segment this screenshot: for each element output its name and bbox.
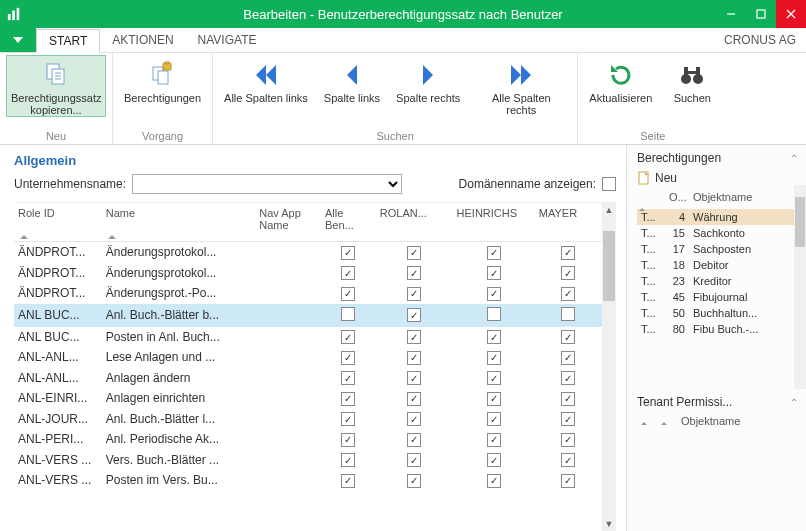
checkbox-cell[interactable]: ✓	[453, 283, 535, 304]
checkbox-cell[interactable]: ✓	[453, 450, 535, 471]
list-item[interactable]: T...50Buchhaltun...	[637, 305, 802, 321]
checkbox-cell[interactable]: ✓	[321, 327, 376, 348]
checkbox-cell[interactable]: ✓	[535, 368, 601, 389]
checkbox-cell[interactable]: ✓	[535, 429, 601, 450]
checkbox-cell[interactable]: ✓	[376, 242, 453, 263]
checkbox-cell[interactable]: ✓	[376, 450, 453, 471]
permissions-mini-grid[interactable]: O... Objektname T...4WährungT...15Sachko…	[637, 189, 802, 337]
checkbox-cell[interactable]: ✓	[453, 470, 535, 491]
col-alleben[interactable]: Alle Ben...	[321, 203, 376, 242]
checkbox-cell[interactable]: ✓	[321, 263, 376, 284]
list-item[interactable]: T...23Kreditor	[637, 273, 802, 289]
checkbox-cell[interactable]: ✓	[321, 429, 376, 450]
list-item[interactable]: T...15Sachkonto	[637, 225, 802, 241]
checkbox-cell[interactable]: ✓	[535, 470, 601, 491]
checkbox-cell[interactable]: ✓	[535, 283, 601, 304]
checkbox-cell[interactable]: ✓	[453, 347, 535, 368]
table-row[interactable]: ANL BUC...Posten in Anl. Buch...✓✓✓✓	[14, 327, 616, 348]
checkbox-cell[interactable]: ✓	[453, 368, 535, 389]
col-role-id[interactable]: Role ID	[14, 203, 102, 242]
checkbox-cell[interactable]: ✓	[535, 242, 601, 263]
new-permission-button[interactable]: Neu	[637, 169, 802, 189]
checkbox-cell[interactable]: ✓	[453, 388, 535, 409]
checkbox-cell[interactable]	[453, 304, 535, 327]
checkbox-cell[interactable]: ✓	[453, 429, 535, 450]
permissions-panel-header[interactable]: Berechtigungen ⌃	[627, 145, 806, 169]
checkbox-cell[interactable]: ✓	[535, 347, 601, 368]
checkbox-cell[interactable]: ✓	[535, 388, 601, 409]
maximize-button[interactable]	[746, 0, 776, 28]
table-row[interactable]: ANL-JOUR...Anl. Buch.-Blätter l...✓✓✓✓	[14, 409, 616, 430]
scroll-up-icon[interactable]: ▲	[602, 203, 616, 217]
domain-toggle-checkbox[interactable]	[602, 177, 616, 191]
scroll-down-icon[interactable]: ▼	[602, 517, 616, 531]
checkbox-cell[interactable]: ✓	[321, 450, 376, 471]
checkbox-cell[interactable]: ✓	[453, 242, 535, 263]
checkbox-cell[interactable]: ✓	[376, 347, 453, 368]
checkbox-cell[interactable]: ✓	[321, 470, 376, 491]
tab-start[interactable]: START	[36, 29, 100, 53]
checkbox-cell[interactable]: ✓	[535, 263, 601, 284]
permission-grid[interactable]: Role ID Name Nav App Name Alle Ben... RO…	[14, 203, 616, 491]
file-menu[interactable]	[0, 28, 36, 52]
table-row[interactable]: ÄNDPROT...Änderungsprotokol...✓✓✓✓	[14, 242, 616, 263]
column-left-button[interactable]: Spalte links	[319, 55, 385, 105]
col-navapp[interactable]: Nav App Name	[255, 203, 321, 242]
checkbox-cell[interactable]: ✓	[535, 409, 601, 430]
checkbox-cell[interactable]: ✓	[535, 327, 601, 348]
company-name-select[interactable]	[132, 174, 402, 194]
checkbox-cell[interactable]: ✓	[321, 347, 376, 368]
tab-aktionen[interactable]: AKTIONEN	[100, 28, 185, 52]
checkbox-cell[interactable]: ✓	[321, 283, 376, 304]
list-item[interactable]: T...45Fibujournal	[637, 289, 802, 305]
checkbox-cell[interactable]: ✓	[376, 304, 453, 327]
table-row[interactable]: ANL-EINRI...Anlagen einrichten✓✓✓✓	[14, 388, 616, 409]
table-row[interactable]: ÄNDPROT...Änderungsprotokol...✓✓✓✓	[14, 263, 616, 284]
checkbox-cell[interactable]: ✓	[321, 409, 376, 430]
checkbox-cell[interactable]: ✓	[376, 470, 453, 491]
list-item[interactable]: T...17Sachposten	[637, 241, 802, 257]
find-button[interactable]: Suchen	[663, 55, 721, 105]
checkbox-cell[interactable]: ✓	[535, 450, 601, 471]
checkbox-cell[interactable]: ✓	[453, 263, 535, 284]
checkbox-cell[interactable]: ✓	[376, 263, 453, 284]
checkbox-cell[interactable]: ✓	[321, 242, 376, 263]
tenant-panel-header[interactable]: Tenant Permissi... ⌃	[627, 389, 806, 413]
checkbox-cell[interactable]	[321, 304, 376, 327]
refresh-button[interactable]: Aktualisieren	[584, 55, 657, 105]
tenant-mini-grid[interactable]: Objektname	[637, 413, 802, 433]
table-row[interactable]: ANL-VERS ...Posten im Vers. Bu...✓✓✓✓	[14, 470, 616, 491]
table-row[interactable]: ANL-VERS ...Vers. Buch.-Blätter ...✓✓✓✓	[14, 450, 616, 471]
checkbox-cell[interactable]: ✓	[453, 327, 535, 348]
permissions-button[interactable]: Berechtigungen	[119, 55, 206, 105]
checkbox-cell[interactable]: ✓	[376, 409, 453, 430]
checkbox-cell[interactable]: ✓	[321, 388, 376, 409]
checkbox-cell[interactable]: ✓	[376, 327, 453, 348]
mini-scrollbar[interactable]	[794, 185, 806, 389]
col-user3[interactable]: MAYER	[535, 203, 601, 242]
checkbox-cell[interactable]: ✓	[321, 368, 376, 389]
checkbox-cell[interactable]: ✓	[376, 368, 453, 389]
all-columns-right-button[interactable]: Alle Spalten rechts	[471, 55, 571, 117]
checkbox-cell[interactable]: ✓	[453, 409, 535, 430]
copy-permissionset-button[interactable]: Berechtigungssatz kopieren...	[6, 55, 106, 117]
checkbox-cell[interactable]: ✓	[376, 283, 453, 304]
table-row[interactable]: ANL BUC...Anl. Buch.-Blätter b...✓	[14, 304, 616, 327]
scroll-thumb[interactable]	[603, 231, 615, 301]
close-button[interactable]	[776, 0, 806, 28]
table-row[interactable]: ANL-PERI...Anl. Periodische Ak...✓✓✓✓	[14, 429, 616, 450]
grid-scrollbar[interactable]: ▲ ▼	[602, 203, 616, 531]
list-item[interactable]: T...4Währung	[637, 209, 802, 225]
col-user1[interactable]: ROLAN...	[376, 203, 453, 242]
all-columns-left-button[interactable]: Alle Spalten links	[219, 55, 313, 105]
col-user2[interactable]: HEINRICHS	[453, 203, 535, 242]
checkbox-cell[interactable]: ✓	[376, 429, 453, 450]
column-right-button[interactable]: Spalte rechts	[391, 55, 465, 105]
col-name[interactable]: Name	[102, 203, 256, 242]
table-row[interactable]: ANL-ANL...Anlagen ändern✓✓✓✓	[14, 368, 616, 389]
table-row[interactable]: ANL-ANL...Lese Anlagen und ...✓✓✓✓	[14, 347, 616, 368]
list-item[interactable]: T...80Fibu Buch.-...	[637, 321, 802, 337]
minimize-button[interactable]	[716, 0, 746, 28]
tab-navigate[interactable]: NAVIGATE	[186, 28, 269, 52]
checkbox-cell[interactable]: ✓	[376, 388, 453, 409]
